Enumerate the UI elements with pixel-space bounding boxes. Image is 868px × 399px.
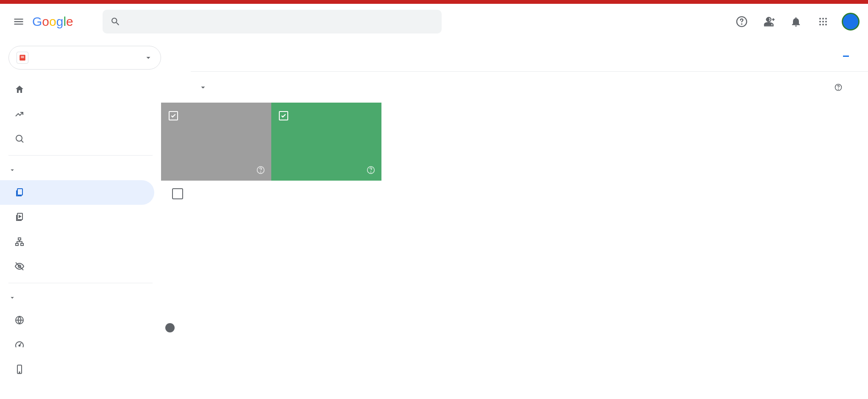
svg-point-30	[261, 172, 261, 172]
help-icon	[366, 165, 376, 175]
svg-point-5	[822, 18, 824, 20]
coverage-chart	[161, 207, 868, 330]
bell-icon	[790, 16, 802, 28]
nav-mobile-usability[interactable]	[0, 357, 154, 382]
svg-point-10	[819, 24, 821, 25]
svg-point-2	[741, 24, 742, 24]
search-input[interactable]	[127, 17, 434, 26]
crawler-info	[832, 83, 843, 92]
home-icon	[14, 84, 25, 95]
svg-point-28	[838, 89, 839, 89]
users-icon	[762, 15, 775, 28]
svg-rect-14	[21, 56, 24, 57]
chevron-down-icon	[8, 294, 16, 301]
divider	[8, 155, 153, 156]
svg-point-26	[19, 372, 20, 373]
svg-point-6	[825, 18, 827, 20]
svg-point-24	[19, 345, 20, 346]
nav-sitemaps[interactable]	[0, 229, 154, 254]
divider	[8, 283, 153, 283]
hamburger-menu[interactable]	[8, 11, 29, 32]
svg-point-16	[16, 135, 22, 141]
main-content	[161, 39, 868, 399]
svg-point-12	[825, 24, 827, 25]
speed-icon	[14, 340, 25, 350]
nav-video-pages[interactable]	[0, 205, 154, 229]
sitemap-icon	[14, 237, 25, 247]
section-indexation[interactable]	[0, 160, 161, 180]
search-icon	[110, 16, 121, 27]
video-pages-icon	[14, 212, 25, 222]
url-inspect-search[interactable]	[103, 10, 442, 33]
account-avatar[interactable]	[842, 13, 860, 31]
top-bar: Google	[0, 4, 868, 39]
svg-text:Google: Google	[32, 14, 73, 28]
trending-icon	[14, 109, 25, 119]
sidebar	[0, 39, 161, 399]
google-apps-button[interactable]	[815, 13, 832, 30]
card-help[interactable]	[366, 165, 376, 175]
apps-grid-icon	[818, 17, 828, 27]
svg-point-32	[371, 172, 371, 172]
x-axis-labels	[165, 323, 851, 330]
nav-removals[interactable]	[0, 254, 154, 279]
nav-performance[interactable]	[0, 102, 154, 126]
chevron-down-icon	[144, 53, 153, 62]
nav-url-inspection[interactable]	[0, 126, 154, 151]
mobile-icon	[14, 364, 25, 374]
card-not-indexed[interactable]	[161, 103, 271, 181]
card-help[interactable]	[256, 165, 265, 175]
app-logo[interactable]: Google	[32, 14, 77, 29]
impressions-toggle[interactable]	[161, 181, 868, 207]
nav-pages[interactable]	[0, 180, 154, 205]
svg-rect-20	[16, 243, 18, 246]
notifications-button[interactable]	[787, 13, 804, 30]
checkbox-icon	[169, 111, 178, 120]
help-icon[interactable]	[834, 83, 843, 92]
nav-core-web-vitals[interactable]	[0, 332, 154, 357]
svg-point-11	[822, 24, 824, 25]
checkbox-icon	[279, 111, 288, 120]
svg-rect-15	[21, 57, 24, 58]
section-experience[interactable]	[0, 287, 161, 308]
chevron-down-icon	[8, 166, 16, 174]
search-icon	[14, 134, 25, 144]
chart-svg	[165, 213, 851, 323]
svg-point-7	[819, 21, 821, 22]
checkbox-empty-icon	[172, 188, 183, 199]
chart-event-marker[interactable]	[165, 323, 175, 332]
help-icon	[736, 16, 748, 28]
svg-point-4	[819, 18, 821, 20]
svg-rect-21	[21, 243, 23, 246]
globe-icon	[14, 315, 25, 325]
nav-page-experience[interactable]	[0, 308, 154, 332]
nav-overview[interactable]	[0, 77, 154, 102]
card-indexed[interactable]	[271, 103, 381, 181]
property-selector[interactable]	[8, 46, 161, 70]
google-logo-icon: Google	[32, 14, 75, 29]
svg-point-8	[822, 21, 824, 22]
svg-rect-17	[17, 189, 22, 195]
page-filter-dropdown[interactable]	[191, 83, 208, 92]
export-button[interactable]	[837, 45, 860, 62]
visibility-off-icon	[14, 261, 25, 271]
help-button[interactable]	[733, 13, 750, 30]
top-red-bar	[0, 0, 868, 4]
svg-point-9	[825, 21, 827, 22]
pages-icon	[14, 187, 25, 198]
download-icon	[841, 48, 851, 59]
svg-point-3	[766, 17, 770, 21]
svg-rect-19	[18, 238, 21, 240]
property-favicon	[17, 52, 28, 64]
users-button[interactable]	[760, 13, 777, 30]
chevron-down-icon	[198, 83, 208, 92]
menu-icon	[13, 16, 25, 28]
help-icon	[256, 165, 265, 175]
